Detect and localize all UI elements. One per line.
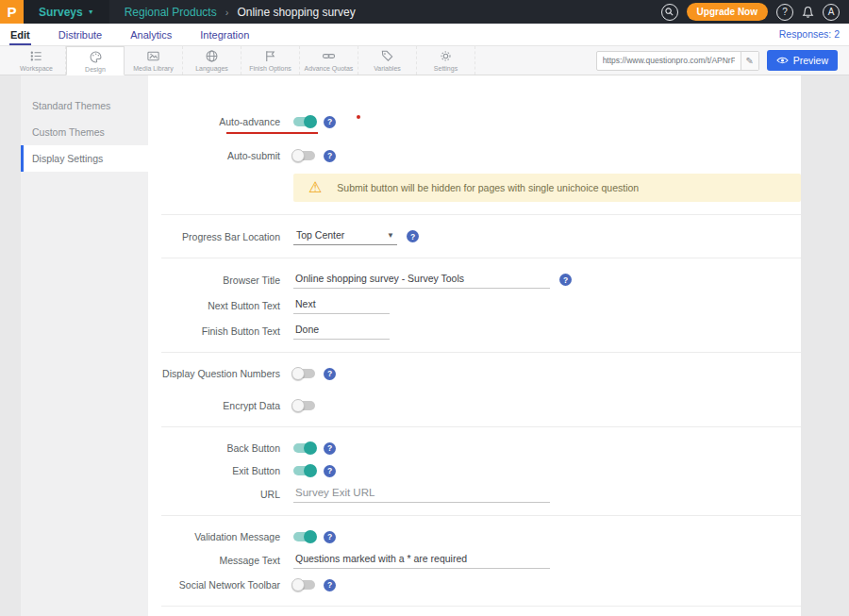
exit-button-toggle[interactable] — [293, 466, 315, 475]
back-button-toggle[interactable] — [293, 443, 315, 453]
display-question-numbers-row: Display Question Numbers ? — [148, 365, 801, 382]
progress-bar-location-select[interactable]: Top Center ▼ — [293, 227, 397, 245]
toggle-knob — [291, 578, 305, 591]
finish-button-text-input[interactable] — [293, 322, 390, 340]
tab-distribute[interactable]: Distribute — [58, 25, 103, 45]
finish-button-text-label: Finish Button Text — [148, 325, 280, 337]
message-text-label: Message Text — [148, 555, 280, 566]
auto-submit-warning: ⚠ Submit button will be hidden for pages… — [293, 174, 801, 202]
auto-submit-toggle[interactable] — [293, 151, 315, 160]
breadcrumb-project[interactable]: Regional Products — [125, 6, 217, 19]
toolbar-item-variables[interactable]: Variables — [358, 46, 417, 75]
toggle-knob — [304, 530, 317, 543]
display-question-numbers-toggle[interactable] — [293, 369, 315, 378]
preview-button[interactable]: Preview — [767, 50, 838, 71]
browser-title-row: Browser Title ? — [148, 271, 801, 289]
sidebar-item-standard-themes[interactable]: Standard Themes — [21, 92, 148, 119]
avatar[interactable]: A — [823, 4, 840, 21]
toolbar-item-label: Media Library — [133, 65, 173, 72]
toolbar-item-workspace[interactable]: Workspace — [8, 46, 66, 75]
auto-advance-help-icon[interactable]: ? — [324, 116, 336, 128]
help-icon[interactable]: ? — [776, 4, 793, 21]
exit-button-help-icon[interactable]: ? — [324, 465, 336, 477]
surveys-label: Surveys — [39, 6, 83, 19]
message-text-row: Message Text — [148, 551, 801, 569]
validation-message-toggle[interactable] — [293, 532, 315, 541]
survey-url-input[interactable] — [597, 56, 741, 65]
social-network-toolbar-help-icon[interactable]: ? — [324, 579, 336, 591]
eye-icon — [776, 56, 789, 65]
chevron-down-icon: ▼ — [387, 231, 394, 240]
notifications-bell-icon[interactable] — [802, 6, 814, 19]
divider — [161, 214, 801, 215]
upgrade-now-button[interactable]: Upgrade Now — [687, 3, 768, 21]
auto-submit-help-icon[interactable]: ? — [324, 150, 336, 162]
quotas-link-icon — [322, 49, 336, 63]
toolbar-item-finish-options[interactable]: Finish Options — [241, 46, 300, 75]
toggle-knob — [304, 115, 317, 128]
surveys-menu[interactable]: Surveys ▼ — [24, 0, 109, 24]
annotation-red-dot — [357, 115, 360, 119]
toolbar-item-label: Variables — [374, 65, 401, 72]
message-text-input[interactable] — [293, 551, 550, 569]
main-area: Standard Themes Custom Themes Display Se… — [0, 75, 849, 616]
toolbar-item-label: Settings — [434, 65, 458, 72]
search-icon[interactable] — [661, 4, 678, 21]
toolbar-item-media-library[interactable]: Media Library — [125, 46, 183, 75]
divider — [161, 426, 801, 427]
back-button-help-icon[interactable]: ? — [324, 442, 336, 455]
tab-edit[interactable]: Edit — [9, 25, 31, 45]
topbar-actions: Upgrade Now ? A — [661, 3, 849, 21]
encrypt-data-row: Encrypt Data — [148, 397, 801, 414]
encrypt-data-label: Encrypt Data — [148, 400, 280, 411]
validation-message-row: Validation Message ? — [148, 528, 801, 545]
auto-advance-label: Auto-advance — [148, 116, 280, 127]
exit-button-label: Exit Button — [148, 465, 280, 476]
validation-message-help-icon[interactable]: ? — [324, 531, 336, 543]
auto-submit-label: Auto-submit — [148, 150, 280, 161]
divider — [161, 258, 801, 258]
progress-bar-location-row: Progress Bar Location Top Center ▼ ? — [148, 227, 801, 245]
browser-title-label: Browser Title — [148, 275, 280, 286]
validation-message-label: Validation Message — [148, 531, 280, 542]
warning-triangle-icon: ⚠ — [308, 180, 322, 195]
toolbar-item-label: Design — [85, 66, 106, 73]
survey-url-box: ✎ — [596, 51, 759, 71]
tab-analytics[interactable]: Analytics — [129, 25, 173, 45]
auto-advance-row: Auto-advance ? — [148, 113, 801, 130]
toggle-knob — [291, 399, 305, 412]
browser-title-input[interactable] — [293, 271, 550, 289]
toggle-knob — [304, 441, 317, 455]
auto-advance-toggle[interactable] — [293, 117, 315, 126]
sidebar-item-custom-themes[interactable]: Custom Themes — [21, 119, 148, 145]
breadcrumb-separator: › — [225, 7, 229, 18]
settings-gear-icon — [439, 49, 453, 63]
back-button-label: Back Button — [148, 442, 280, 454]
encrypt-data-toggle[interactable] — [293, 401, 315, 410]
progress-bar-help-icon[interactable]: ? — [407, 230, 419, 242]
exit-url-input[interactable] — [293, 485, 550, 503]
warning-text: Submit button will be hidden for pages w… — [337, 182, 639, 193]
finish-button-text-row: Finish Button Text — [148, 322, 801, 340]
toolbar-item-languages[interactable]: Languages — [183, 46, 241, 75]
display-question-numbers-help-icon[interactable]: ? — [324, 368, 336, 380]
toolbar-item-label: Advance Quotas — [305, 65, 354, 72]
divider — [161, 515, 801, 516]
toolbar-item-settings[interactable]: Settings — [417, 46, 475, 75]
annotation-underline-auto-advance — [226, 132, 318, 134]
tab-integration[interactable]: Integration — [199, 25, 250, 45]
social-network-toolbar-toggle[interactable] — [293, 580, 315, 590]
edit-url-pencil-icon[interactable]: ✎ — [741, 52, 758, 70]
exit-button-row: Exit Button ? — [148, 462, 801, 479]
responses-count[interactable]: Responses: 2 — [779, 28, 840, 45]
toolbar-item-design[interactable]: Design — [66, 46, 125, 75]
browser-title-help-icon[interactable]: ? — [559, 274, 572, 286]
social-network-toolbar-label: Social Network Toolbar — [148, 579, 280, 591]
next-button-text-input[interactable] — [293, 296, 390, 314]
auto-submit-row: Auto-submit ? — [148, 147, 801, 164]
sidebar-item-display-settings[interactable]: Display Settings — [21, 145, 149, 172]
back-button-row: Back Button ? — [148, 440, 801, 457]
languages-globe-icon — [205, 49, 219, 63]
app-logo[interactable]: P — [0, 0, 24, 24]
toolbar-item-advance-quotas[interactable]: Advance Quotas — [300, 46, 358, 75]
